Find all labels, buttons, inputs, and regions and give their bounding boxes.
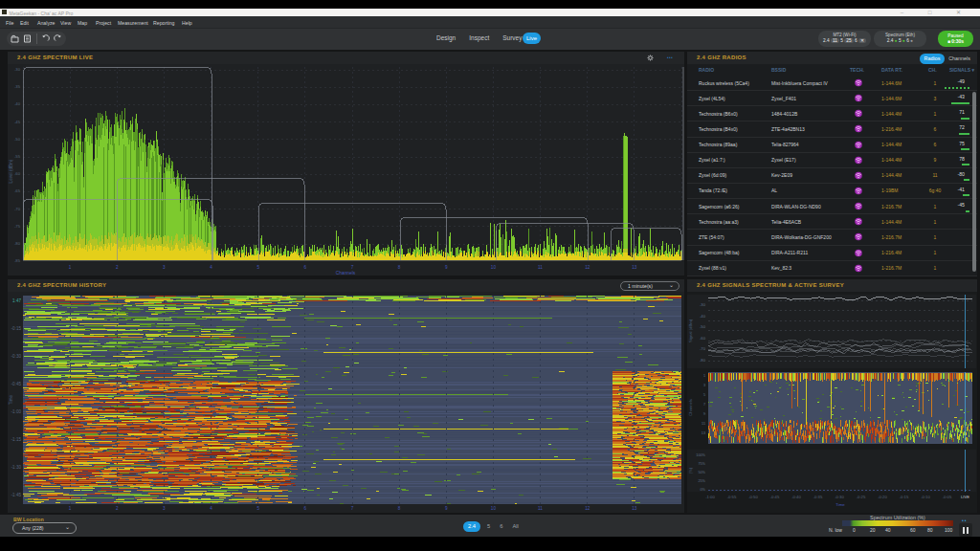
svg-text:-60: -60 bbox=[700, 336, 706, 341]
svg-text:-1:45: -1:45 bbox=[11, 493, 22, 497]
svg-text:-50: -50 bbox=[14, 137, 21, 142]
svg-text:-70: -70 bbox=[14, 207, 21, 211]
svg-text:LIVE: LIVE bbox=[961, 495, 969, 499]
svg-text:-0:30: -0:30 bbox=[835, 495, 844, 499]
svg-text:-35: -35 bbox=[14, 84, 21, 89]
svg-text:-0:35: -0:35 bbox=[813, 495, 823, 499]
svg-text:4: 4 bbox=[210, 265, 212, 270]
svg-text:-55: -55 bbox=[14, 154, 21, 159]
svg-text:9: 9 bbox=[445, 506, 448, 511]
svg-text:-1:00: -1:00 bbox=[11, 409, 22, 414]
svg-text:-0:15: -0:15 bbox=[900, 495, 909, 499]
svg-text:Time: Time bbox=[9, 395, 13, 405]
svg-text:-40: -40 bbox=[14, 101, 21, 106]
svg-text:-0:45: -0:45 bbox=[770, 495, 780, 499]
svg-text:-0:25: -0:25 bbox=[857, 495, 866, 499]
svg-text:11: 11 bbox=[702, 422, 705, 426]
svg-text:25%: 25% bbox=[698, 479, 705, 483]
svg-text:0%: 0% bbox=[701, 488, 706, 492]
svg-text:-70: -70 bbox=[700, 346, 706, 351]
svg-text:1: 1 bbox=[69, 265, 72, 270]
svg-text:-85: -85 bbox=[14, 258, 21, 263]
svg-text:50%: 50% bbox=[698, 471, 705, 474]
svg-text:4: 4 bbox=[210, 506, 212, 511]
svg-text:1: 1 bbox=[69, 506, 72, 511]
svg-text:75%: 75% bbox=[698, 462, 705, 466]
svg-text:9: 9 bbox=[703, 412, 705, 416]
svg-text:12: 12 bbox=[585, 265, 590, 270]
svg-text:5: 5 bbox=[703, 393, 705, 397]
svg-text:-0:20: -0:20 bbox=[878, 495, 887, 499]
svg-text:-1:15: -1:15 bbox=[11, 437, 22, 442]
svg-text:8: 8 bbox=[398, 506, 401, 511]
svg-text:13: 13 bbox=[632, 265, 637, 270]
svg-text:13: 13 bbox=[632, 506, 637, 511]
svg-text:2: 2 bbox=[116, 265, 119, 270]
svg-text:8: 8 bbox=[398, 265, 401, 270]
svg-text:-40: -40 bbox=[700, 314, 706, 319]
svg-text:10: 10 bbox=[491, 506, 497, 511]
svg-text:-1:30: -1:30 bbox=[11, 465, 22, 470]
svg-text:Channels: Channels bbox=[336, 271, 356, 276]
svg-text:-0:10: -0:10 bbox=[921, 495, 930, 499]
svg-text:6: 6 bbox=[304, 506, 307, 511]
svg-text:7: 7 bbox=[703, 403, 705, 407]
svg-text:3: 3 bbox=[163, 506, 166, 511]
svg-text:12: 12 bbox=[585, 506, 590, 511]
svg-text:-30: -30 bbox=[14, 67, 21, 72]
svg-text:Channels: Channels bbox=[688, 399, 693, 416]
svg-text:6: 6 bbox=[304, 265, 307, 270]
svg-text:-60: -60 bbox=[14, 171, 21, 176]
svg-text:-30: -30 bbox=[700, 302, 706, 307]
svg-text:-1:00: -1:00 bbox=[705, 495, 715, 499]
svg-text:11: 11 bbox=[538, 265, 543, 270]
svg-text:7: 7 bbox=[351, 265, 354, 270]
svg-text:-0:50: -0:50 bbox=[748, 495, 758, 499]
svg-text:Signal (dBm): Signal (dBm) bbox=[688, 319, 693, 342]
svg-text:7: 7 bbox=[351, 506, 354, 511]
svg-text:10: 10 bbox=[491, 265, 497, 270]
svg-text:2: 2 bbox=[116, 506, 119, 511]
svg-text:-80: -80 bbox=[700, 358, 706, 363]
svg-text:11: 11 bbox=[538, 506, 543, 511]
svg-text:3: 3 bbox=[703, 384, 705, 387]
svg-text:Time: Time bbox=[835, 502, 845, 507]
svg-text:-50: -50 bbox=[700, 324, 706, 329]
svg-text:1: 1 bbox=[703, 374, 705, 378]
svg-text:-80: -80 bbox=[14, 241, 21, 246]
svg-text:5: 5 bbox=[256, 506, 259, 511]
svg-text:-0:40: -0:40 bbox=[791, 495, 801, 499]
svg-text:9: 9 bbox=[445, 265, 448, 270]
svg-text:-75: -75 bbox=[14, 224, 21, 229]
svg-text:13: 13 bbox=[702, 431, 705, 435]
svg-text:-45: -45 bbox=[14, 120, 21, 124]
svg-text:-0:45: -0:45 bbox=[11, 382, 22, 386]
svg-text:-65: -65 bbox=[14, 188, 21, 193]
svg-text:-0:05: -0:05 bbox=[943, 495, 952, 499]
svg-text:Level (dBm): Level (dBm) bbox=[9, 159, 13, 183]
svg-text:5: 5 bbox=[256, 265, 259, 270]
svg-text:1:47: 1:47 bbox=[12, 298, 21, 303]
svg-text:3: 3 bbox=[163, 265, 166, 270]
svg-text:-0:15: -0:15 bbox=[11, 326, 22, 331]
svg-text:(%): (%) bbox=[688, 467, 693, 474]
svg-text:-0:55: -0:55 bbox=[727, 495, 737, 499]
svg-text:-0:30: -0:30 bbox=[11, 354, 22, 359]
svg-text:100%: 100% bbox=[696, 453, 705, 457]
